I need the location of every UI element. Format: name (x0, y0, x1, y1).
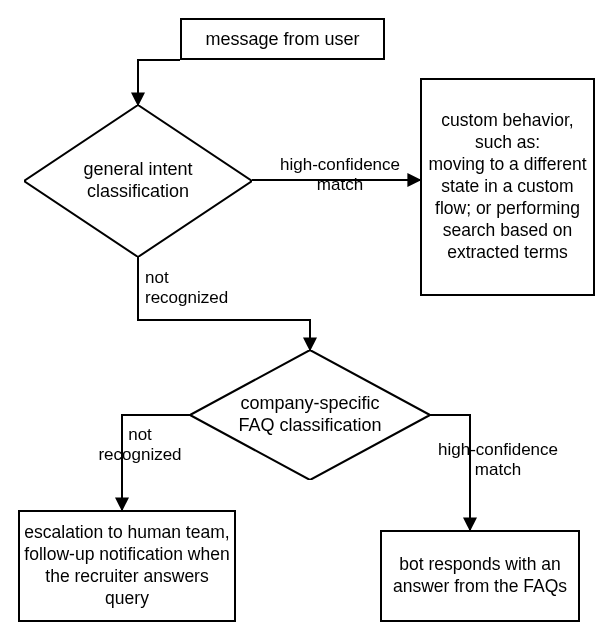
node-faqans: bot responds with an answer from the FAQ… (380, 530, 580, 622)
node-faq: company-specific FAQ classification (190, 350, 430, 480)
node-escal-label: escalation to human team, follow-up noti… (24, 522, 230, 610)
node-faq-label: company-specific FAQ classification (190, 350, 430, 480)
node-custom-label: custom behavior, such as:moving to a dif… (426, 110, 589, 263)
node-escal: escalation to human team, follow-up noti… (18, 510, 236, 622)
node-start-label: message from user (205, 28, 359, 51)
node-custom: custom behavior, such as:moving to a dif… (420, 78, 595, 296)
node-intent: general intent classification (24, 105, 252, 257)
node-intent-label: general intent classification (24, 105, 252, 257)
node-start: message from user (180, 18, 385, 60)
edge-label-faq-escal: notrecognized (90, 425, 190, 464)
node-faqans-label: bot responds with an answer from the FAQ… (386, 554, 574, 598)
edge-start-intent (138, 60, 180, 105)
edge-label-intent-custom: high-confidencematch (260, 155, 420, 194)
edge-label-faq-faqans: high-confidencematch (418, 440, 578, 479)
flowchart-canvas: message from user general intent classif… (0, 0, 612, 636)
edge-label-intent-faq: notrecognized (145, 268, 245, 307)
